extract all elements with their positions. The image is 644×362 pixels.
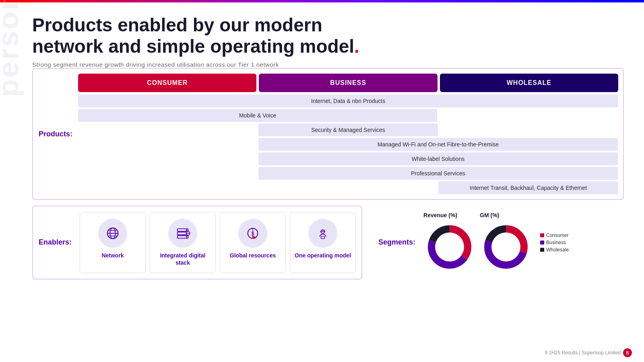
business-header: BUSINESS bbox=[259, 74, 437, 92]
revenue-donut bbox=[423, 221, 476, 273]
legend-consumer-label: Consumer bbox=[546, 232, 568, 238]
footer: 9 1H25 Results | Superloop Limited S bbox=[545, 348, 632, 357]
product-rows: Internet, Data & nbn Products Mobile & V… bbox=[78, 95, 618, 194]
revenue-chart-title: Revenue (%) bbox=[423, 212, 457, 218]
page-title: Products enabled by our modern network a… bbox=[32, 14, 362, 57]
title-text: Products enabled by our modern network a… bbox=[32, 14, 354, 57]
network-icon-circle bbox=[98, 219, 127, 248]
enabler-network-label: Network bbox=[101, 252, 124, 259]
enabler-operating-model-label: One operating model bbox=[295, 252, 351, 259]
digital-stack-icon bbox=[175, 226, 190, 241]
svg-point-25 bbox=[436, 234, 463, 260]
enabler-digital-stack-label: Integrated digital stack bbox=[154, 252, 211, 266]
svg-point-10 bbox=[186, 236, 188, 238]
enablers-label: Enablers: bbox=[39, 238, 72, 247]
revenue-donut-svg bbox=[423, 221, 476, 273]
segments-section: Segments: Revenue (%) bbox=[370, 206, 624, 280]
segments-label: Segments: bbox=[378, 238, 415, 247]
global-resources-icon-circle: $ bbox=[238, 219, 267, 248]
digital-stack-icon-circle bbox=[168, 219, 197, 248]
footer-text: 9 1H25 Results | Superloop Limited bbox=[545, 350, 621, 356]
enablers-icons: Network bbox=[80, 212, 356, 273]
legend-business: Business bbox=[540, 240, 569, 245]
enabler-global-resources-label: Global resources bbox=[230, 252, 276, 259]
wholesale-header: WHOLESALE bbox=[440, 74, 618, 92]
title-dot: . bbox=[354, 36, 359, 57]
product-row-professional: Professional Services bbox=[258, 167, 617, 180]
operating-model-icon-circle bbox=[308, 219, 337, 248]
enabler-operating-model: One operating model bbox=[290, 212, 356, 273]
chart-legend: Consumer Business Wholesale bbox=[540, 232, 569, 253]
enabler-digital-stack: Integrated digital stack bbox=[150, 212, 216, 273]
legend-wholesale-label: Wholesale bbox=[546, 247, 569, 253]
products-label: Products: bbox=[39, 130, 72, 138]
gm-donut-svg bbox=[480, 221, 532, 273]
network-icon bbox=[105, 226, 120, 241]
global-resources-icon: $ bbox=[245, 226, 260, 241]
legend-business-dot bbox=[540, 241, 544, 245]
product-row-mobile: Mobile & Voice bbox=[78, 109, 437, 122]
column-headers: CONSUMER BUSINESS WHOLESALE bbox=[78, 74, 618, 92]
enablers-section: Enablers: Network bbox=[32, 206, 362, 280]
superloop-logo: S bbox=[623, 348, 632, 357]
bottom-section: Enablers: Network bbox=[32, 206, 624, 280]
subtitle: Strong segment revenue growth driving in… bbox=[32, 61, 624, 68]
svg-point-8 bbox=[186, 229, 188, 231]
enabler-network: Network bbox=[80, 212, 146, 273]
products-grid: CONSUMER BUSINESS WHOLESALE Internet, Da… bbox=[78, 74, 618, 194]
revenue-chart: Revenue (%) bbox=[423, 212, 476, 273]
gm-donut bbox=[480, 221, 532, 273]
gm-chart-title: GM (%) bbox=[480, 212, 499, 218]
legend-wholesale-dot bbox=[540, 248, 544, 252]
svg-point-30 bbox=[493, 234, 519, 260]
operating-model-icon bbox=[315, 226, 330, 241]
product-row-internet: Internet, Data & nbn Products bbox=[78, 95, 618, 107]
products-section: Products: CONSUMER BUSINESS WHOLESALE In… bbox=[32, 68, 624, 200]
product-row-security: Security & Managed Services bbox=[258, 123, 438, 136]
product-row-transit: Internet Transit, Backhaul, Capacity & E… bbox=[438, 181, 618, 194]
legend-consumer: Consumer bbox=[540, 232, 569, 238]
enabler-global-resources: $ Global resources bbox=[220, 212, 286, 273]
product-row-wifi: Managed Wi-Fi and On-net Fibre-to-the-Pr… bbox=[258, 138, 617, 151]
charts-with-legend: Revenue (%) bbox=[423, 212, 569, 273]
product-row-whitelabel: White-label Solutions bbox=[258, 152, 617, 165]
gm-chart: GM (%) bbox=[480, 212, 532, 273]
consumer-header: CONSUMER bbox=[78, 74, 256, 92]
legend-business-label: Business bbox=[546, 240, 566, 245]
legend-consumer-dot bbox=[540, 233, 544, 237]
legend-wholesale: Wholesale bbox=[540, 247, 569, 253]
